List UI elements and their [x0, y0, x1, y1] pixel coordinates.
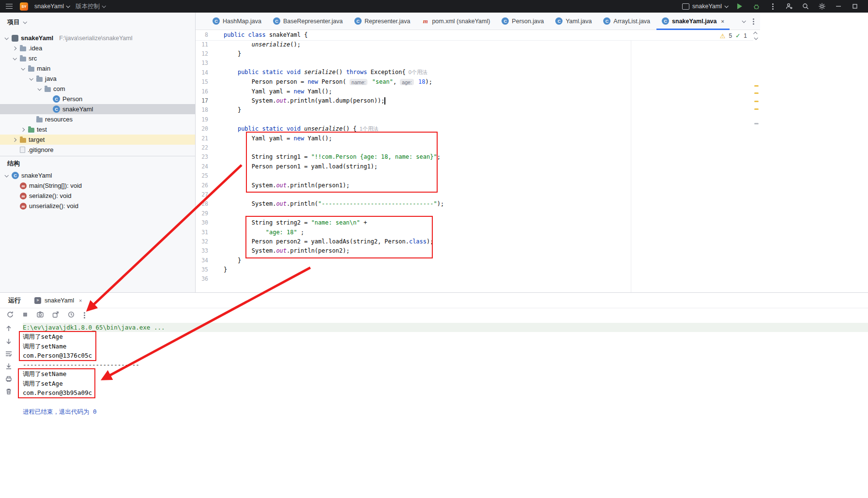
run-config-icon: [682, 3, 689, 10]
line-number: 25: [196, 172, 208, 179]
settings-gear-icon[interactable]: [818, 2, 826, 11]
structure-item-main[interactable]: mmain(String[]): void: [0, 181, 195, 191]
tree-item-path: F:\java\serialize\snakeYaml: [59, 35, 132, 42]
sticky-line: 8public class snakeYaml {: [196, 30, 753, 41]
console-line: com.Person@1376c05c: [23, 351, 868, 360]
chevron-down-icon[interactable]: [11, 57, 17, 60]
tab-snakeYaml.java[interactable]: CsnakeYaml.java×: [656, 13, 730, 30]
main-menu-icon[interactable]: [5, 2, 14, 11]
error-stripe[interactable]: [754, 30, 759, 292]
line-number: 22: [196, 144, 208, 151]
structure-item-label: main(String[]): void: [29, 182, 82, 189]
tab-BaseRepresenter.java[interactable]: CBaseRepresenter.java: [267, 13, 349, 30]
more-console-actions-icon[interactable]: [84, 315, 85, 316]
code-with-me-icon[interactable]: [785, 2, 793, 11]
stop-icon[interactable]: [22, 311, 29, 319]
structure-item-snakeYaml[interactable]: CsnakeYaml: [0, 170, 195, 181]
method-icon: m: [20, 193, 27, 199]
method-icon: m: [20, 203, 27, 210]
more-actions-icon[interactable]: [768, 2, 777, 11]
debug-button[interactable]: [752, 2, 761, 11]
run-tab[interactable]: > snakeYaml ×: [34, 297, 82, 304]
attach-icon[interactable]: [52, 311, 60, 320]
tree-item-snakeYaml[interactable]: snakeYamlF:\java\serialize\snakeYaml: [0, 33, 195, 43]
tree-item-label: test: [37, 126, 47, 133]
history-icon[interactable]: [67, 311, 75, 320]
tree-item-test[interactable]: test: [0, 124, 195, 135]
tab-pom.xml (snakeYaml)[interactable]: mpom.xml (snakeYaml): [416, 13, 496, 30]
clear-console-icon[interactable]: [5, 388, 13, 397]
project-widget[interactable]: snakeYaml: [34, 3, 69, 10]
arrow-down-icon[interactable]: [5, 337, 13, 347]
tree-item-snakeYaml[interactable]: CsnakeYaml: [0, 104, 195, 114]
tree-item-src[interactable]: src: [0, 53, 195, 63]
title-bar: SY snakeYaml 版本控制 snakeYaml: [0, 0, 868, 13]
print-icon[interactable]: [5, 375, 13, 384]
tab-Person.java[interactable]: CPerson.java: [496, 13, 549, 30]
tab-label: ArrayList.java: [613, 18, 650, 25]
tab-options-icon[interactable]: [753, 21, 754, 22]
run-config-label: snakeYaml: [692, 3, 722, 10]
search-everywhere-icon[interactable]: [801, 2, 810, 11]
tab-ArrayList.java[interactable]: CArrayList.java: [597, 13, 656, 30]
minimize-window-icon[interactable]: [834, 2, 843, 11]
tree-item-label: main: [37, 65, 50, 72]
tree-item-.idea[interactable]: .idea: [0, 43, 195, 53]
code-lines[interactable]: 11 unserialize();12 }1314 public static …: [196, 40, 753, 284]
text-caret: [384, 97, 385, 105]
scroll-to-end-icon[interactable]: [5, 362, 13, 372]
line-number: 31: [196, 229, 208, 236]
run-panel-title: 运行: [8, 296, 21, 305]
tree-item-Person[interactable]: CPerson: [0, 94, 195, 104]
vcs-widget[interactable]: 版本控制: [76, 2, 105, 11]
tree-item-resources[interactable]: resources: [0, 114, 195, 124]
tree-item-.gitignore[interactable]: .gitignore: [0, 145, 195, 155]
tree-item-java[interactable]: java: [0, 74, 195, 84]
console-line: com.Person@3b95a09c: [23, 388, 868, 397]
run-configuration-selector[interactable]: snakeYaml: [682, 3, 728, 10]
run-button[interactable]: [735, 2, 744, 11]
structure-panel-header[interactable]: 结构: [0, 156, 195, 170]
package-icon: [45, 87, 51, 92]
tree-item-main[interactable]: main: [0, 63, 195, 74]
close-tab-icon[interactable]: ×: [721, 18, 724, 24]
structure-item-unserialize[interactable]: munserialize(): void: [0, 201, 195, 211]
structure-item-label: serialize(): void: [29, 192, 71, 199]
console-output[interactable]: E:\ev\java\jdk1.8.0_65\bin\java.exe ...调…: [17, 323, 868, 498]
chevron-down-icon[interactable]: [36, 88, 42, 91]
hidden-tabs-icon[interactable]: [742, 19, 746, 23]
chevron-down-icon[interactable]: [28, 77, 34, 80]
folder-test-icon: [28, 128, 34, 133]
chevron-right-icon[interactable]: [11, 47, 17, 50]
maximize-window-icon[interactable]: [851, 2, 859, 11]
chevron-down-icon[interactable]: [19, 67, 26, 70]
file-icon: [20, 147, 25, 153]
folder-icon: [20, 46, 26, 51]
editor-tabs: CHashMap.javaCBaseRepresenter.javaCRepre…: [196, 13, 760, 30]
line-number: 35: [196, 266, 208, 273]
project-panel-header[interactable]: 项目: [0, 13, 195, 32]
tab-Representer.java[interactable]: CRepresenter.java: [349, 13, 416, 30]
inspections-widget[interactable]: ⚠ 5 ✓ 1: [720, 32, 757, 40]
tab-HashMap.java[interactable]: CHashMap.java: [207, 13, 267, 30]
structure-item-serialize[interactable]: mserialize(): void: [0, 191, 195, 201]
line-number: 30: [196, 219, 208, 226]
chevron-right-icon[interactable]: [19, 128, 26, 131]
ide-window: SY snakeYaml 版本控制 snakeYaml: [0, 0, 868, 498]
chevron-right-icon[interactable]: [11, 138, 17, 141]
chevron-down-icon[interactable]: [3, 174, 9, 177]
previous-problem-icon[interactable]: [753, 31, 757, 35]
screenshot-icon[interactable]: [36, 311, 44, 320]
tree-item-target[interactable]: target: [0, 135, 195, 145]
soft-wrap-icon[interactable]: [5, 350, 13, 359]
line-number: 13: [196, 60, 208, 66]
tab-Yaml.java[interactable]: CYaml.java: [549, 13, 597, 30]
tree-item-com[interactable]: com: [0, 84, 195, 94]
class-icon: C: [213, 17, 220, 25]
close-run-tab-icon[interactable]: ×: [79, 298, 82, 303]
rerun-icon[interactable]: [6, 311, 14, 320]
chevron-down-icon[interactable]: [3, 37, 9, 40]
left-tool-windows: 项目 snakeYamlF:\java\serialize\snakeYaml.…: [0, 13, 196, 292]
arrow-up-icon[interactable]: [5, 325, 13, 334]
warning-count: 5: [729, 32, 732, 39]
